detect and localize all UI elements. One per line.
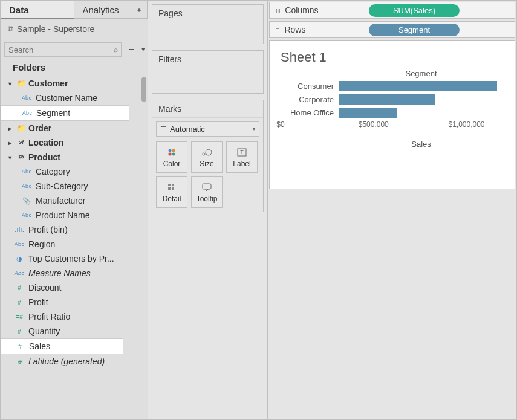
viz-panel: iiiColumns SUM(Sales) ≡Rows Segment Shee… bbox=[268, 1, 516, 419]
hierarchy-icon: ೫ bbox=[16, 138, 26, 147]
chevron-down-icon: ▾ bbox=[5, 80, 14, 87]
search-icon[interactable]: ⌕ bbox=[114, 45, 118, 54]
bar-row: Consumer bbox=[281, 79, 504, 92]
svg-rect-11 bbox=[172, 187, 174, 190]
bar-icon: ☰ bbox=[160, 125, 166, 133]
pages-label: Pages bbox=[152, 5, 263, 22]
chevron-right-icon: ▸ bbox=[5, 140, 14, 146]
chevron-down-icon: ▾ bbox=[5, 154, 14, 161]
field-customer-name[interactable]: AbcCustomer Name bbox=[1, 91, 148, 105]
field-product-name[interactable]: AbcProduct Name bbox=[1, 208, 148, 222]
abc-icon: Abc bbox=[21, 110, 34, 116]
folder-icon: 📁 bbox=[16, 124, 26, 132]
bar-category: Consumer bbox=[281, 82, 336, 91]
scrollbar[interactable] bbox=[141, 77, 146, 102]
svg-rect-10 bbox=[168, 187, 171, 190]
globe-icon: ⊕ bbox=[13, 358, 26, 366]
svg-point-0 bbox=[169, 149, 172, 152]
field-profit[interactable]: #Profit bbox=[1, 295, 148, 309]
shelves-panel: Pages Filters Marks ☰Automatic ▾ Color S… bbox=[148, 1, 268, 419]
bin-icon: .ılı. bbox=[13, 225, 26, 234]
field-profit-ratio[interactable]: =#Profit Ratio bbox=[1, 309, 148, 324]
svg-point-4 bbox=[203, 153, 205, 155]
pages-card[interactable]: Pages bbox=[152, 4, 264, 44]
sheet-title[interactable]: Sheet 1 bbox=[281, 50, 504, 65]
chart-header: Segment bbox=[281, 69, 504, 78]
folder-location[interactable]: ▸೫Location bbox=[1, 135, 148, 150]
bar-category: Corporate bbox=[281, 95, 336, 104]
number-icon: # bbox=[13, 328, 26, 335]
abc-icon: Abc bbox=[20, 95, 33, 101]
chart: Segment ConsumerCorporateHome Office $0$… bbox=[281, 69, 504, 149]
marks-label: Marks bbox=[152, 100, 263, 118]
view-list-icon[interactable]: ☰ bbox=[129, 45, 135, 53]
folders-label: Folders bbox=[1, 59, 148, 76]
folder-customer[interactable]: ▾📁Customer bbox=[1, 76, 148, 91]
filters-label: Filters bbox=[152, 51, 263, 68]
svg-point-2 bbox=[169, 152, 172, 155]
options-icon[interactable]: ▾ bbox=[141, 45, 145, 53]
axis-tick: $1,000,000 bbox=[448, 120, 484, 129]
chevron-down-icon: ▾ bbox=[253, 126, 255, 132]
tab-data[interactable]: Data bbox=[1, 1, 74, 19]
svg-text:T: T bbox=[240, 149, 244, 155]
rows-icon: ≡ bbox=[276, 26, 279, 33]
filters-card[interactable]: Filters bbox=[152, 50, 264, 94]
field-discount[interactable]: #Discount bbox=[1, 280, 148, 295]
field-latitude[interactable]: ⊕Latitude (generated) bbox=[1, 354, 148, 369]
abc-icon: Abc bbox=[20, 183, 33, 189]
bar-row: Corporate bbox=[281, 92, 504, 106]
field-sales[interactable]: #Sales bbox=[1, 338, 123, 354]
mark-type-select[interactable]: ☰Automatic ▾ bbox=[156, 121, 259, 137]
chevron-right-icon: ▸ bbox=[5, 125, 14, 132]
bar-fill[interactable] bbox=[339, 81, 497, 91]
hierarchy-icon: ೫ bbox=[16, 153, 26, 161]
field-category[interactable]: AbcCategory bbox=[1, 164, 148, 179]
marks-card: Marks ☰Automatic ▾ Color Size TLabel Det… bbox=[152, 100, 264, 212]
clip-icon: 📎 bbox=[20, 197, 33, 205]
pill-sum-sales[interactable]: SUM(Sales) bbox=[369, 4, 460, 17]
columns-shelf[interactable]: iiiColumns SUM(Sales) bbox=[269, 2, 515, 19]
abc-icon: Abc bbox=[13, 241, 26, 247]
bar-fill[interactable] bbox=[339, 108, 397, 118]
search-input[interactable] bbox=[5, 44, 114, 56]
field-profit-bin[interactable]: .ılı.Profit (bin) bbox=[1, 222, 148, 237]
datasource-row[interactable]: ⧉ Sample - Superstore bbox=[1, 19, 148, 39]
bar-fill[interactable] bbox=[339, 94, 435, 105]
fields-list: ▾📁Customer AbcCustomer Name AbcSegment ▸… bbox=[1, 76, 148, 371]
mark-detail[interactable]: Detail bbox=[156, 176, 187, 208]
dropdown-icon: ◆ bbox=[137, 7, 141, 13]
number-icon: # bbox=[13, 299, 26, 306]
set-icon: ◑ bbox=[13, 255, 26, 263]
datasource-icon: ⧉ bbox=[8, 24, 13, 34]
color-icon bbox=[167, 147, 177, 158]
bar-row: Home Office bbox=[281, 106, 504, 119]
mark-size[interactable]: Size bbox=[191, 141, 223, 173]
svg-rect-9 bbox=[172, 184, 174, 186]
viz-surface: Sheet 1 Segment ConsumerCorporateHome Of… bbox=[269, 40, 515, 189]
tab-analytics[interactable]: Analytics◆ bbox=[74, 1, 148, 18]
folder-product[interactable]: ▾೫Product bbox=[1, 150, 148, 164]
pill-segment[interactable]: Segment bbox=[369, 24, 460, 36]
mark-color[interactable]: Color bbox=[156, 141, 187, 173]
mark-tooltip[interactable]: Tooltip bbox=[191, 176, 223, 208]
mark-label[interactable]: TLabel bbox=[226, 141, 258, 173]
datasource-name: Sample - Superstore bbox=[17, 24, 94, 34]
field-segment[interactable]: AbcSegment bbox=[1, 105, 129, 121]
field-region[interactable]: AbcRegion bbox=[1, 237, 148, 251]
field-top-customers[interactable]: ◑Top Customers by Pr... bbox=[1, 251, 148, 266]
field-sub-category[interactable]: AbcSub-Category bbox=[1, 179, 148, 193]
axis-tick: $500,000 bbox=[359, 120, 389, 129]
folder-order[interactable]: ▸📁Order bbox=[1, 121, 148, 135]
number-icon: # bbox=[13, 285, 26, 291]
folder-icon: 📁 bbox=[16, 79, 26, 88]
abc-icon: Abc bbox=[20, 212, 33, 218]
label-icon: T bbox=[237, 147, 247, 158]
field-quantity[interactable]: #Quantity bbox=[1, 324, 148, 338]
svg-point-3 bbox=[172, 152, 175, 155]
rows-shelf[interactable]: ≡Rows Segment bbox=[269, 21, 515, 38]
svg-point-5 bbox=[206, 149, 212, 155]
calc-icon: =# bbox=[13, 314, 26, 320]
field-measure-names[interactable]: AbcMeasure Names bbox=[1, 266, 148, 280]
field-manufacturer[interactable]: 📎Manufacturer bbox=[1, 193, 148, 208]
